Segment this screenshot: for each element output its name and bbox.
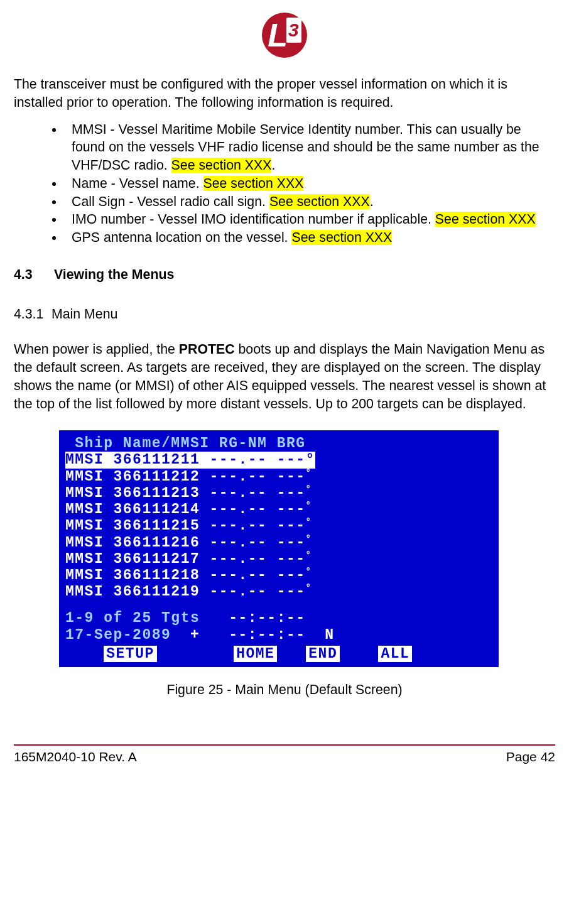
status-line-1: 1-9 of 25 Tgts --:--:-- [65, 610, 492, 626]
setup-button[interactable]: SETUP [104, 646, 157, 662]
row-text: MMSI 366111211 ---.-- --- [65, 452, 306, 468]
row-text: MMSI 366111218 ---.-- --- [65, 567, 306, 584]
degree-icon: ° [306, 484, 312, 494]
screen-header: Ship Name/MMSI RG-NM BRG [65, 435, 492, 452]
page-footer: 165M2040-10 Rev. A Page 42 [14, 748, 555, 766]
table-row: MMSI 366111211 ---.-- ---° [65, 452, 492, 468]
requirements-list: MMSI - Vessel Maritime Mobile Service Id… [14, 121, 555, 247]
degree-icon: ° [306, 452, 315, 468]
section-number: 4.3 [14, 266, 54, 284]
table-row: MMSI 366111214 ---.-- ---° [65, 501, 492, 518]
bullet-text: MMSI - Vessel Maritime Mobile Service Id… [72, 122, 539, 173]
list-item: Name - Vessel name. See section XXX [64, 175, 555, 193]
bullet-text: Name - Vessel name. [72, 176, 203, 191]
highlight-text: See section XXX [203, 176, 304, 191]
status-right: --:--:-- [229, 610, 305, 626]
section-heading-4-3: 4.3Viewing the Menus [14, 266, 555, 284]
para-bold: PROTEC [179, 342, 235, 357]
table-row: MMSI 366111219 ---.-- ---° [65, 584, 492, 600]
degree-icon: ° [306, 501, 312, 511]
row-text: MMSI 366111215 ---.-- --- [65, 518, 306, 534]
row-text: MMSI 366111219 ---.-- --- [65, 584, 306, 600]
device-screenshot: Ship Name/MMSI RG-NM BRG MMSI 366111211 … [59, 430, 555, 667]
degree-icon: ° [306, 517, 312, 527]
row-text: MMSI 366111213 ---.-- --- [65, 485, 306, 501]
highlight-text: See section XXX [435, 212, 536, 227]
section-title: Viewing the Menus [54, 267, 174, 282]
list-item: Call Sign - Vessel radio call sign. See … [64, 193, 555, 211]
status-line-2: 17-Sep-2089 + --:--:-- N [65, 627, 492, 643]
highlight-text: See section XXX [291, 230, 392, 245]
degree-icon: ° [306, 567, 312, 577]
highlight-text: See section XXX [171, 158, 272, 173]
subsection-number: 4.3.1 [14, 305, 51, 323]
home-button[interactable]: HOME [234, 646, 277, 662]
status-right: --:--:-- N [200, 627, 334, 643]
table-row: MMSI 366111215 ---.-- ---° [65, 518, 492, 534]
section-4-3-1-paragraph: When power is applied, the PROTEC boots … [14, 340, 555, 413]
bullet-post: . [271, 158, 275, 173]
logo-digit: 3 [286, 18, 301, 43]
logo-letter: L [268, 13, 288, 57]
table-row: MMSI 366111212 ---.-- ---° [65, 469, 492, 485]
row-text: MMSI 366111216 ---.-- --- [65, 535, 306, 551]
bullet-text: Call Sign - Vessel radio call sign. [72, 194, 269, 209]
degree-icon: ° [306, 550, 312, 560]
softkey-row: SETUP HOME END ALL [65, 646, 492, 662]
bullet-text: IMO number - Vessel IMO identification n… [72, 212, 435, 227]
row-text: MMSI 366111212 ---.-- --- [65, 469, 306, 485]
para-a: When power is applied, the [14, 342, 179, 357]
screen-spacer [65, 600, 492, 610]
row-text: MMSI 366111217 ---.-- --- [65, 551, 306, 567]
table-row: MMSI 366111216 ---.-- ---° [65, 535, 492, 551]
list-item: GPS antenna location on the vessel. See … [64, 229, 555, 247]
degree-icon: ° [306, 534, 312, 544]
degree-icon: ° [306, 583, 312, 593]
row-text: MMSI 366111214 ---.-- --- [65, 501, 306, 518]
subsection-title: Main Menu [51, 307, 117, 322]
status-mid: + [190, 627, 200, 643]
footer-rule [14, 744, 555, 746]
list-item: MMSI - Vessel Maritime Mobile Service Id… [64, 121, 555, 175]
figure-caption: Figure 25 - Main Menu (Default Screen) [14, 681, 555, 699]
all-button[interactable]: ALL [378, 646, 412, 662]
status-left: 17-Sep-2089 [65, 627, 190, 643]
ais-display-screen: Ship Name/MMSI RG-NM BRG MMSI 366111211 … [59, 430, 499, 667]
bullet-post: . [370, 194, 374, 209]
footer-left: 165M2040-10 Rev. A [14, 748, 137, 766]
bullet-text: GPS antenna location on the vessel. [72, 230, 291, 245]
table-row: MMSI 366111218 ---.-- ---° [65, 567, 492, 584]
highlight-text: See section XXX [269, 194, 370, 209]
degree-icon: ° [306, 468, 312, 478]
intro-paragraph: The transceiver must be configured with … [14, 75, 555, 112]
footer-right: Page 42 [506, 748, 555, 766]
table-row: MMSI 366111217 ---.-- ---° [65, 551, 492, 567]
end-button[interactable]: END [306, 646, 340, 662]
list-item: IMO number - Vessel IMO identification n… [64, 210, 555, 229]
section-heading-4-3-1: 4.3.1Main Menu [14, 305, 555, 323]
l3-logo-icon: L3 [262, 13, 307, 58]
logo-area: L3 [14, 13, 555, 58]
table-row: MMSI 366111213 ---.-- ---° [65, 485, 492, 501]
status-left: 1-9 of 25 Tgts [65, 610, 229, 626]
